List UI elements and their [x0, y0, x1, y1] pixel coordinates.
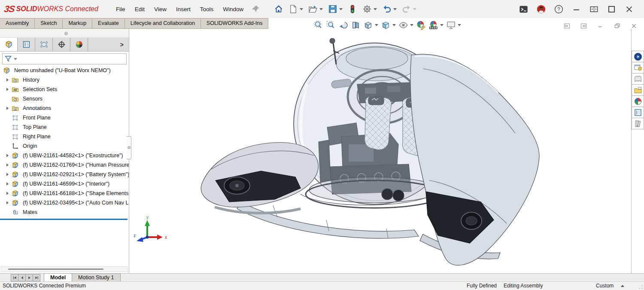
tree-item-top-plane[interactable]: Top Plane	[0, 122, 129, 132]
tree-item-selection-sets[interactable]: Selection Sets	[0, 85, 129, 94]
dropdown-caret-icon[interactable]	[300, 8, 303, 10]
window-maximize-button[interactable]	[605, 4, 618, 15]
dropdown-caret-icon[interactable]	[375, 24, 378, 26]
3d-model-uboat-worx-nemo[interactable]	[129, 29, 631, 274]
expand-arrow-icon[interactable]	[3, 192, 12, 195]
dropdown-caret-icon[interactable]	[440, 24, 444, 26]
tab-model[interactable]: Model	[44, 273, 72, 282]
tab-lifecycle-and-collaboration[interactable]: Lifecycle and Collaboration	[125, 18, 201, 29]
options-button[interactable]	[361, 3, 379, 15]
next-tab-button[interactable]	[25, 274, 33, 281]
graphics-viewport[interactable]: y x z	[129, 29, 631, 274]
dropdown-caret-icon[interactable]	[413, 8, 416, 10]
dropdown-caret-icon[interactable]	[392, 24, 396, 26]
dropdown-caret-icon[interactable]	[374, 8, 377, 10]
panel-tab-dimxpertmanager[interactable]	[53, 38, 70, 51]
resize-grip[interactable]	[639, 285, 643, 289]
pane-previous-button[interactable]	[562, 22, 572, 30]
last-tab-button[interactable]	[33, 274, 40, 281]
menu-file[interactable]: File	[111, 4, 130, 14]
expand-arrow-icon[interactable]	[3, 182, 12, 186]
panel-edge-splitter[interactable]	[127, 136, 131, 159]
menu-view[interactable]: View	[149, 4, 171, 14]
previous-tab-button[interactable]	[18, 274, 26, 281]
view-settings-button[interactable]	[445, 20, 462, 31]
rollback-bar[interactable]	[0, 219, 128, 220]
tree-item-component-battery-system[interactable]: (f) UBW-21162-02921<1> ("Battery System"…	[0, 170, 129, 179]
doc-close-button[interactable]	[629, 22, 639, 30]
menu-insert[interactable]: Insert	[171, 4, 195, 14]
expand-arrow-icon[interactable]	[3, 88, 12, 91]
expand-arrow-icon[interactable]	[3, 163, 12, 167]
tab-markup[interactable]: Markup	[62, 18, 92, 29]
filter-caret-icon[interactable]	[14, 58, 17, 60]
tree-item-component-interior[interactable]: (f) UBW-21161-46599<1> ("Interior")	[0, 179, 129, 189]
panel-horizontal-scrollbar[interactable]	[1, 266, 128, 272]
menu-edit[interactable]: Edit	[130, 4, 149, 14]
file-explorer-button[interactable]	[632, 84, 644, 96]
section-view-button[interactable]	[349, 20, 362, 31]
window-layout-button[interactable]	[588, 4, 600, 15]
edit-appearance-button[interactable]	[415, 20, 427, 31]
tree-item-assembly-root[interactable]: Nemo unshaded ("U-Boat Worx NEMO")	[0, 66, 129, 75]
zoom-to-fit-button[interactable]	[312, 20, 325, 31]
expand-arrow-icon[interactable]	[3, 78, 12, 82]
design-library-button[interactable]	[632, 73, 644, 85]
user-avatar-button[interactable]	[535, 4, 547, 15]
panel-tab-propertymanager[interactable]	[18, 38, 35, 51]
expand-arrow-icon[interactable]	[3, 173, 12, 176]
dropdown-caret-icon[interactable]	[410, 24, 413, 26]
previous-view-button[interactable]	[337, 20, 349, 31]
menu-window[interactable]: Window	[218, 4, 248, 14]
tree-filter-input[interactable]	[2, 53, 127, 64]
tree-item-origin[interactable]: Origin	[0, 141, 129, 151]
document-manager-button[interactable]	[632, 118, 644, 129]
tree-item-component-auto-com-nav[interactable]: (f) UBW-21162-03495<1> ("Auto Com Nav Lo…	[0, 198, 129, 208]
window-minimize-button[interactable]	[570, 4, 583, 15]
open-button[interactable]	[307, 3, 325, 15]
lifecycle-button[interactable]	[346, 3, 359, 15]
tree-item-sensors[interactable]: Sensors	[0, 94, 129, 104]
status-configuration[interactable]: Custom	[596, 283, 614, 289]
undo-button[interactable]	[380, 3, 398, 15]
panel-tab-configurationmanager[interactable]	[35, 38, 53, 51]
tab-solidworks-add-ins[interactable]: SOLIDWORKS Add-Ins	[200, 18, 269, 29]
redo-button[interactable]	[400, 3, 418, 15]
configuration-caret-icon[interactable]	[621, 285, 624, 287]
first-tab-button[interactable]	[11, 274, 18, 281]
zoom-to-area-button[interactable]	[325, 20, 337, 31]
new-document-button[interactable]	[287, 3, 305, 15]
tree-item-component-exostructure[interactable]: (f) UBW-21161-44582<1> ("Exostructure")	[0, 151, 129, 160]
tree-item-annotations[interactable]: AAnnotations	[0, 104, 129, 113]
tree-item-history[interactable]: History	[0, 75, 129, 85]
solidworks-resources-button[interactable]	[632, 62, 644, 73]
tree-item-mates[interactable]: Mates	[0, 208, 129, 217]
custom-properties-button[interactable]	[632, 107, 644, 118]
tree-item-right-plane[interactable]: Right Plane	[0, 132, 129, 141]
flyout-expand-arrow[interactable]: >	[115, 38, 129, 51]
dropdown-caret-icon[interactable]	[458, 24, 461, 26]
home-button[interactable]	[272, 3, 285, 15]
menu-tools[interactable]: Tools	[195, 4, 219, 14]
pin-icon[interactable]	[249, 3, 262, 15]
3dexperience-button[interactable]	[632, 51, 644, 62]
tree-item-front-plane[interactable]: Front Plane	[0, 113, 129, 122]
save-button[interactable]	[326, 3, 344, 15]
doc-minimize-button[interactable]	[595, 22, 605, 30]
display-style-button[interactable]	[362, 20, 380, 31]
view-orientation-button[interactable]	[380, 20, 397, 31]
appearances-scenes-button[interactable]	[632, 95, 644, 107]
tree-item-component-human-pressure-vessel[interactable]: (f) UBW-21162-01769<1> ("Human Pressure …	[0, 160, 129, 170]
panel-tab-displaymanager[interactable]	[70, 38, 88, 51]
tab-evaluate[interactable]: Evaluate	[92, 18, 125, 29]
tab-motion-study-1[interactable]: Motion Study 1	[72, 273, 120, 282]
terminal-button[interactable]	[517, 4, 530, 15]
tree-item-component-shape-elements[interactable]: (f) UBW-21161-66188<1> ("Shape Elements"…	[0, 189, 129, 198]
apply-scene-button[interactable]	[427, 20, 445, 31]
dropdown-caret-icon[interactable]	[393, 8, 397, 10]
hide-show-items-button[interactable]	[397, 20, 415, 31]
dropdown-caret-icon[interactable]	[319, 8, 323, 10]
expand-arrow-icon[interactable]	[3, 107, 12, 110]
panel-tab-featuremanager[interactable]	[0, 38, 18, 51]
pane-next-button[interactable]	[579, 22, 589, 30]
